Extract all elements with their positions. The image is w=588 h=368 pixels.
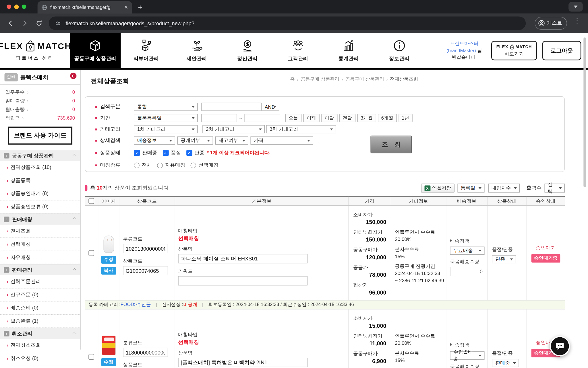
url-bar[interactable]: flexmatch.kr/sellermanager/goods_s/produ… [49, 16, 526, 30]
goods-status-select[interactable]: 단종 [492, 255, 516, 263]
match-free-radio[interactable] [157, 162, 163, 168]
chevron-up-icon[interactable] [73, 268, 76, 272]
period-6months-button[interactable]: 6개월 [378, 114, 396, 122]
excel-save-button[interactable]: X엑셀저장 [421, 184, 454, 192]
edit-button[interactable]: 수정 [101, 358, 116, 366]
profile-chip[interactable]: 게스트 [535, 17, 567, 30]
sidebar-item-cancel-done[interactable]: ›취소완료 [0, 365, 80, 368]
sidebar-item-match-free[interactable]: ›자유매칭 [0, 251, 80, 264]
search-keyword-input[interactable] [201, 103, 261, 111]
search-submit-button[interactable]: 조 회 [370, 136, 412, 153]
sidebar-item-ship-ready[interactable]: ›배송준비 (0) [0, 301, 80, 315]
sidebar-item-ship-done[interactable]: ›발송완료 (1) [0, 315, 80, 328]
sidebar-item-register-goods[interactable]: ›상품등록 [0, 174, 80, 187]
status-discontinued-checkbox[interactable]: ✓ [186, 150, 192, 156]
stat-daily-orders[interactable]: 일주문수› 0 [5, 88, 75, 96]
ship-policy-select[interactable]: 수량별배송 [450, 351, 484, 360]
sort-order-select[interactable]: 내림차순 [488, 184, 520, 192]
new-tab-button[interactable]: + [138, 2, 142, 12]
sidebar-section-cancel[interactable]: › 취소관리 [0, 328, 80, 339]
period-1year-button[interactable]: 1년 [399, 114, 413, 122]
sidebar-section-goods[interactable]: › 공동구매 상품관리 [0, 150, 80, 161]
nav-item-statistics[interactable]: 통계관리 [323, 33, 374, 68]
period-last-month-button[interactable]: 전달 [339, 114, 355, 122]
category2-select[interactable]: 2차 카테고리 [202, 125, 265, 133]
period-type-select[interactable]: 물품등록일 [134, 114, 198, 122]
chevron-up-icon[interactable] [73, 332, 76, 336]
sidebar-item-approval-hold[interactable]: ›상품승인보류 (0) [0, 200, 80, 214]
reload-button[interactable] [35, 20, 43, 27]
goods-name-input[interactable] [178, 358, 307, 367]
row-checkbox[interactable] [88, 354, 94, 360]
period-end-input[interactable] [244, 114, 280, 122]
goods-status-select[interactable]: 판매중 [492, 359, 519, 367]
sidebar-item-cancel-all[interactable]: ›전체취소조회 [0, 339, 80, 352]
period-3months-button[interactable]: 3개월 [357, 114, 376, 122]
browser-menu-icon[interactable]: ⋮ [574, 16, 581, 25]
page-scrollbar[interactable] [583, 38, 586, 187]
detail-visibility-select[interactable]: 공개여부 [177, 136, 213, 145]
per-page-select[interactable]: 선택 [544, 184, 565, 192]
tab-search-button[interactable] [568, 2, 583, 12]
match-all-radio[interactable] [134, 162, 140, 168]
period-this-month-button[interactable]: 이달 [321, 114, 337, 122]
sidebar-item-all-goods[interactable]: ›전체상품조회 (10) [0, 161, 80, 174]
flexmatch-shortcut-button[interactable]: FLEX MATCH 바로가기 [491, 41, 537, 60]
forward-button[interactable] [21, 20, 28, 27]
browser-tab[interactable]: flexmatch.kr/sellermanager/g ✕ [38, 1, 132, 13]
category-link[interactable]: FOOD>수산물 [121, 301, 151, 308]
logo[interactable]: FLEX MATCH 파트너스 센터 [0, 33, 70, 68]
detail-price-select[interactable]: 가격 [250, 136, 313, 145]
sidebar-section-sales[interactable]: › 판매관리 [0, 264, 80, 275]
match-select-radio[interactable] [191, 162, 196, 168]
nav-item-goods[interactable]: 공동구매 상품관리 [70, 33, 121, 68]
detail-shipping-select[interactable]: 배송정보 [134, 136, 175, 145]
brand-guide-button[interactable]: 브랜드 사용 가이드 [8, 126, 72, 145]
row-checkbox[interactable] [88, 250, 94, 256]
nav-item-reviewer[interactable]: 리뷰어관리 [121, 33, 171, 68]
period-yesterday-button[interactable]: 어제 [303, 114, 319, 122]
nav-item-proposal[interactable]: 제안관리 [171, 33, 222, 68]
stat-daily-sales[interactable]: 일매출량› 0 [5, 96, 75, 105]
status-soldout-checkbox[interactable]: ✓ [163, 150, 169, 156]
goods-code-input[interactable] [123, 266, 168, 275]
category1-select[interactable]: 1차 카테고리 [134, 125, 198, 133]
nav-item-info[interactable]: 정보관리 [374, 33, 424, 68]
chevron-up-icon[interactable] [73, 154, 76, 157]
detail-stock-select[interactable]: 재고여부 [215, 136, 248, 145]
approval-badge[interactable]: 승인대기중 [531, 254, 560, 263]
stat-monthly-sales[interactable]: 월매출량› 0 [5, 105, 75, 114]
stat-points[interactable]: 적립금› 735,690 [5, 114, 75, 122]
nav-item-customer[interactable]: 고객관리 [273, 33, 323, 68]
window-minimize-button[interactable] [14, 5, 19, 9]
edit-button[interactable]: 수정 [101, 256, 116, 264]
copy-button[interactable]: 복사 [101, 267, 116, 274]
alert-count-badge[interactable]: 0 [70, 73, 76, 79]
sidebar-item-match-select[interactable]: ›선택매칭 [0, 238, 80, 251]
chat-launcher-button[interactable] [550, 336, 570, 357]
sidebar-item-order-all[interactable]: ›전체주문관리 [0, 275, 80, 289]
sidebar-item-match-all[interactable]: ›전체조회 [0, 225, 80, 238]
class-code-input[interactable] [123, 348, 168, 357]
sidebar-item-order-new[interactable]: ›신규주문 (0) [0, 289, 80, 302]
search-operator-select[interactable]: AND [261, 103, 279, 111]
sort-field-select[interactable]: 등록일 [457, 184, 484, 192]
category3-select[interactable]: 3차 카테고리 [266, 125, 336, 133]
ship-policy-select[interactable]: 무료배송 [450, 246, 484, 255]
window-close-button[interactable] [7, 5, 11, 9]
goods-name-input[interactable] [178, 254, 307, 264]
window-zoom-button[interactable] [22, 5, 26, 9]
sidebar-item-cancel-request[interactable]: ›취소요청 (0) [0, 352, 80, 365]
status-onsale-checkbox[interactable]: ✓ [134, 150, 140, 156]
back-button[interactable] [7, 20, 14, 27]
logout-button[interactable]: 로그아웃 [542, 41, 581, 60]
bundle-qty-input[interactable] [450, 267, 485, 276]
keyword-input[interactable] [178, 276, 307, 286]
sidebar-item-approval-waiting[interactable]: ›상품승인대기 (8) [0, 187, 80, 200]
tab-close-icon[interactable]: ✕ [124, 5, 128, 10]
site-settings-icon[interactable] [55, 20, 61, 26]
sidebar-section-matching[interactable]: › 판매매칭 [0, 213, 80, 225]
period-today-button[interactable]: 오늘 [285, 114, 301, 122]
nav-item-settlement[interactable]: 정산관리 [222, 33, 272, 68]
select-all-checkbox[interactable] [88, 198, 94, 204]
